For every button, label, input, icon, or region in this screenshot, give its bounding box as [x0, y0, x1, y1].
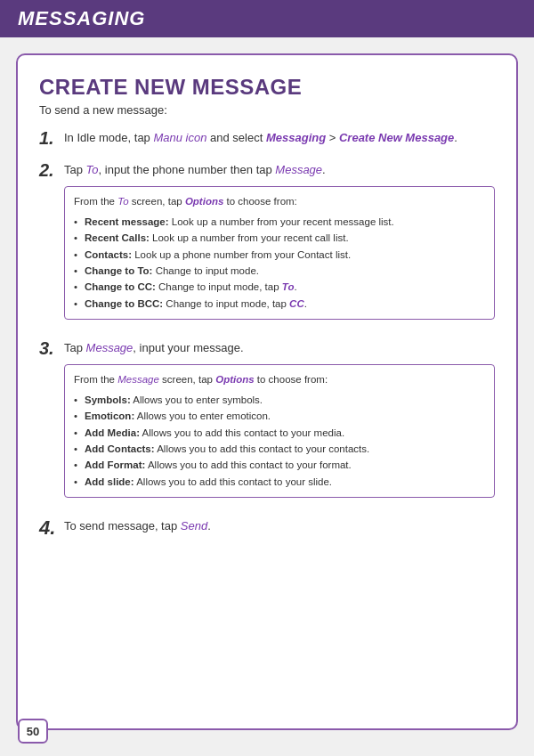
step-2: 2. Tap To, input the phone number then t… [39, 161, 495, 327]
infobox-2-title: From the Message screen, tap Options to … [74, 372, 485, 387]
step-3-message: Message [86, 341, 134, 354]
step-4-send: Send [181, 519, 207, 532]
infobox-2-item-1: •Symbols: Allows you to enter symbols. [74, 392, 485, 408]
infobox-1-item-1: •Recent message: Look up a number from y… [74, 214, 485, 230]
step-3-number: 3. [39, 338, 64, 359]
infobox-1-item-4: •Change to To: Change to input mode. [74, 263, 485, 279]
infobox-1-title: From the To screen, tap Options to choos… [74, 194, 485, 209]
subtitle: To send a new message: [39, 103, 495, 117]
step-1-content: In Idle mode, tap Manu icon and select M… [64, 129, 495, 147]
step-2-to: To [86, 163, 99, 176]
step-1: 1. In Idle mode, tap Manu icon and selec… [39, 129, 495, 149]
step-4-number: 4. [39, 516, 64, 540]
infobox-2: From the Message screen, tap Options to … [64, 364, 495, 499]
infobox-2-item-6: •Add slide: Allows you to add this conta… [74, 474, 485, 490]
infobox-1-item-2: •Recent Calls: Look up a number from you… [74, 230, 485, 246]
step-2-message: Message [275, 163, 322, 176]
step-2-content: Tap To, input the phone number then tap … [64, 161, 495, 327]
step-3: 3. Tap Message, input your message. From… [39, 339, 495, 505]
step-1-create-new: Create New Message [339, 131, 454, 144]
step-4-content: To send message, tap Send. [64, 517, 495, 535]
step-1-messaging: Messaging [266, 131, 326, 144]
step-1-number: 1. [39, 128, 64, 149]
infobox-1: From the To screen, tap Options to choos… [64, 186, 495, 321]
step-4: 4. To send message, tap Send. [39, 517, 495, 540]
step-2-number: 2. [39, 160, 64, 181]
step-1-manu-icon: Manu icon [153, 131, 206, 144]
infobox-2-item-2: •Emoticon: Allows you to enter emoticon. [74, 408, 485, 424]
infobox-2-item-3: •Add Media: Allows you to add this conta… [74, 425, 485, 441]
page-number: 50 [18, 719, 48, 744]
infobox-2-item-5: •Add Format: Allows you to add this cont… [74, 457, 485, 473]
header: MESSAGING [0, 0, 534, 37]
infobox-2-item-4: •Add Contacts: Allows you to add this co… [74, 441, 485, 457]
step-3-content: Tap Message, input your message. From th… [64, 339, 495, 505]
page-title: CREATE NEW MESSAGE [39, 75, 495, 100]
main-content: CREATE NEW MESSAGE To send a new message… [16, 53, 518, 730]
infobox-1-item-6: •Change to BCC: Change to input mode, ta… [74, 296, 485, 312]
infobox-1-item-5: •Change to CC: Change to input mode, tap… [74, 279, 485, 295]
infobox-1-item-3: •Contacts: Look up a phone number from y… [74, 247, 485, 263]
header-title: MESSAGING [18, 7, 145, 30]
